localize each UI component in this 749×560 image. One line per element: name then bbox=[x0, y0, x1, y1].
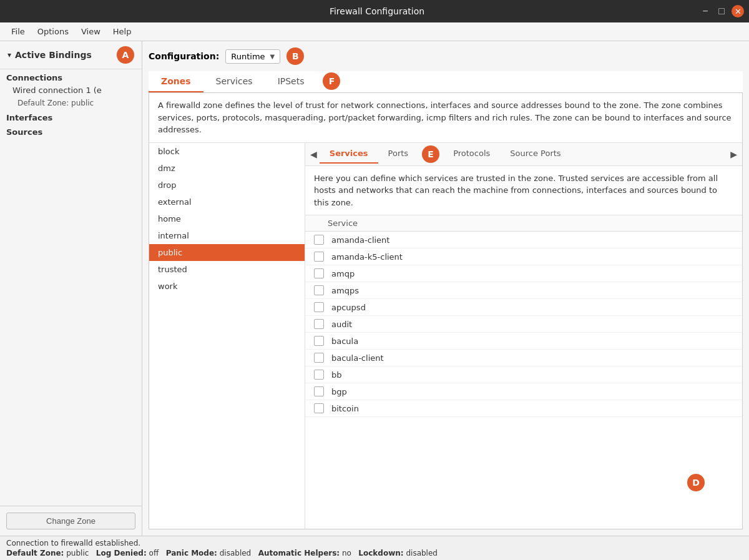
sidebar-item-wired[interactable]: Wired connection 1 (e bbox=[0, 84, 142, 97]
sidebar-section-interfaces: Interfaces bbox=[0, 109, 142, 124]
service-checkbox-amqp[interactable] bbox=[314, 268, 324, 278]
active-bindings-label: Active Bindings bbox=[15, 50, 92, 60]
tabs-badge-f: F bbox=[323, 72, 340, 90]
auto-helpers-value: no bbox=[342, 549, 351, 558]
service-row-bgp[interactable]: bgp bbox=[305, 383, 742, 400]
inner-tab-protocols[interactable]: Protocols bbox=[443, 144, 500, 164]
zone-item-external[interactable]: external bbox=[149, 194, 305, 210]
services-badge-d: D bbox=[687, 474, 705, 491]
service-checkbox-amqps[interactable] bbox=[314, 285, 324, 295]
service-name-bacula: bacula bbox=[331, 336, 358, 346]
minimize-button[interactable]: − bbox=[699, 5, 712, 17]
service-row-bitcoin[interactable]: bitcoin bbox=[305, 400, 742, 417]
service-checkbox-bitcoin[interactable] bbox=[314, 403, 324, 413]
close-button[interactable]: ✕ bbox=[732, 5, 744, 17]
service-checkbox-bgp[interactable] bbox=[314, 386, 324, 396]
statusbar-line2: Default Zone: public Log Denied: off Pan… bbox=[6, 549, 743, 558]
service-row-amanda-k5-client[interactable]: amanda-k5-client bbox=[305, 248, 742, 265]
maximize-button[interactable]: □ bbox=[715, 5, 728, 17]
sidebar-bottom: Change Zone bbox=[0, 506, 142, 536]
chevron-down-icon: ▾ bbox=[7, 51, 11, 59]
lockdown-label: Lockdown: bbox=[358, 549, 403, 558]
service-name-amqps: amqps bbox=[331, 286, 359, 295]
statusbar: Connection to firewalld established. Def… bbox=[0, 536, 749, 560]
service-checkbox-amanda-k5-client[interactable] bbox=[314, 252, 324, 262]
service-row-amqp[interactable]: amqp bbox=[305, 265, 742, 282]
zone-item-block[interactable]: block bbox=[149, 143, 305, 160]
panic-mode-label: Panic Mode: bbox=[166, 549, 217, 558]
service-row-apcupsd[interactable]: apcupsd bbox=[305, 299, 742, 316]
sidebar-item-default-zone: Default Zone: public bbox=[0, 97, 142, 109]
zone-item-work[interactable]: work bbox=[149, 278, 305, 295]
tab-zones[interactable]: Zones bbox=[149, 71, 203, 92]
inner-tabs-bar: ◀ Services Ports E Protocols Source Port… bbox=[305, 143, 742, 166]
zone-item-trusted[interactable]: trusted bbox=[149, 261, 305, 278]
change-zone-button[interactable]: Change Zone bbox=[6, 513, 135, 529]
content-area: Configuration: Runtime ▼ B Zones Service… bbox=[142, 41, 749, 536]
log-denied-label: Log Denied: bbox=[96, 549, 147, 558]
service-row-bacula-client[interactable]: bacula-client bbox=[305, 350, 742, 366]
lockdown-value: disabled bbox=[406, 549, 438, 558]
tab-ipsets[interactable]: IPSets bbox=[265, 71, 317, 92]
main-layout: ▾ Active Bindings A Connections Wired co… bbox=[0, 41, 749, 536]
default-zone-value: public bbox=[66, 549, 89, 558]
services-description: Here you can define which services are t… bbox=[305, 166, 742, 216]
right-arrow-icon[interactable]: ▶ bbox=[728, 149, 740, 159]
service-checkbox-apcupsd[interactable] bbox=[314, 302, 324, 312]
service-row-amanda-client[interactable]: amanda-client bbox=[305, 232, 742, 248]
menu-view[interactable]: View bbox=[75, 24, 107, 39]
config-badge-b: B bbox=[286, 47, 304, 65]
service-checkbox-bacula-client[interactable] bbox=[314, 353, 324, 363]
sidebar-section-connections: Connections bbox=[0, 69, 142, 84]
service-name-bacula-client: bacula-client bbox=[331, 353, 384, 363]
menubar: File Options View Help bbox=[0, 22, 749, 41]
service-name-bitcoin: bitcoin bbox=[331, 404, 359, 413]
service-row-bb[interactable]: bb bbox=[305, 366, 742, 383]
window-title: Firewall Configuration bbox=[55, 6, 699, 16]
menu-file[interactable]: File bbox=[5, 24, 31, 39]
service-checkbox-bb[interactable] bbox=[314, 370, 324, 380]
service-name-apcupsd: apcupsd bbox=[331, 303, 366, 312]
zones-list: block dmz drop external home internal pu… bbox=[149, 143, 305, 529]
service-row-amqps[interactable]: amqps bbox=[305, 282, 742, 299]
sidebar: ▾ Active Bindings A Connections Wired co… bbox=[0, 41, 142, 536]
left-arrow-icon[interactable]: ◀ bbox=[308, 149, 320, 159]
service-row-bacula[interactable]: bacula bbox=[305, 333, 742, 350]
service-name-bb: bb bbox=[331, 370, 342, 380]
service-checkbox-bacula[interactable] bbox=[314, 336, 324, 346]
service-name-bgp: bgp bbox=[331, 387, 347, 396]
config-row: Configuration: Runtime ▼ B bbox=[149, 47, 743, 65]
service-name-amanda-client: amanda-client bbox=[331, 235, 389, 245]
auto-helpers-label: Automatic Helpers: bbox=[258, 549, 340, 558]
config-dropdown[interactable]: Runtime ▼ bbox=[225, 49, 280, 64]
split-view: block dmz drop external home internal pu… bbox=[149, 143, 742, 529]
menu-help[interactable]: Help bbox=[107, 24, 138, 39]
service-name-audit: audit bbox=[331, 320, 352, 329]
service-checkbox-amanda-client[interactable] bbox=[314, 235, 324, 245]
zone-item-drop[interactable]: drop bbox=[149, 177, 305, 194]
sidebar-section-sources: Sources bbox=[0, 124, 142, 138]
service-name-amqp: amqp bbox=[331, 269, 355, 278]
inner-tab-ports[interactable]: Ports bbox=[378, 144, 419, 164]
right-panel: ◀ Services Ports E Protocols Source Port… bbox=[305, 143, 742, 529]
inner-content: A firewalld zone defines the level of tr… bbox=[149, 93, 743, 529]
dropdown-arrow-icon: ▼ bbox=[270, 53, 275, 60]
zone-item-internal[interactable]: internal bbox=[149, 227, 305, 244]
config-value: Runtime bbox=[231, 52, 265, 61]
inner-tab-badge-e: E bbox=[422, 145, 439, 163]
zone-item-dmz[interactable]: dmz bbox=[149, 160, 305, 177]
inner-tab-source-ports[interactable]: Source Ports bbox=[500, 144, 570, 164]
service-row-audit[interactable]: audit bbox=[305, 316, 742, 333]
main-tabs-bar: Zones Services IPSets F bbox=[149, 71, 743, 93]
menu-options[interactable]: Options bbox=[31, 24, 75, 39]
tab-services[interactable]: Services bbox=[203, 71, 265, 92]
config-label: Configuration: bbox=[149, 51, 219, 61]
log-denied-value: off bbox=[149, 549, 159, 558]
zone-item-public[interactable]: public bbox=[149, 244, 305, 261]
service-checkbox-audit[interactable] bbox=[314, 319, 324, 329]
zone-item-home[interactable]: home bbox=[149, 210, 305, 227]
sidebar-badge-a: A bbox=[117, 46, 134, 64]
inner-tab-services[interactable]: Services bbox=[320, 144, 378, 164]
panic-mode-value: disabled bbox=[220, 549, 252, 558]
zones-panel: block dmz drop external home internal pu… bbox=[149, 143, 305, 529]
